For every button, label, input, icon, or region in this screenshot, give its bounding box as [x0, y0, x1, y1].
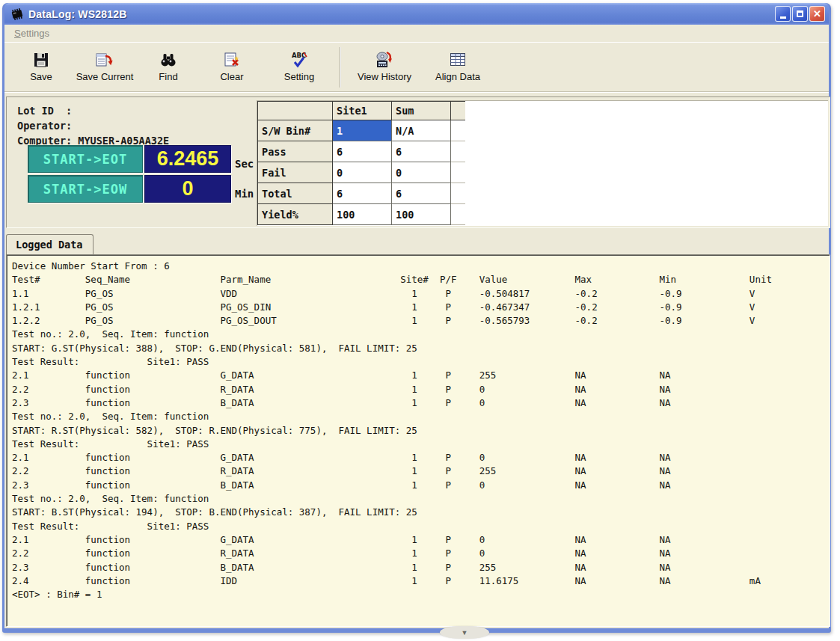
- table-row-yield: Yield% 100 100: [258, 204, 465, 225]
- summary-panel: Lot ID : Operator: Computer: MYUSER-A05A…: [6, 96, 830, 228]
- table-row-fail: Fail 0 0: [258, 162, 465, 183]
- view-history-button[interactable]: View History: [347, 46, 422, 89]
- maximize-button[interactable]: [792, 6, 808, 22]
- save-current-button[interactable]: Save Current: [70, 46, 139, 89]
- menu-bar: Settings: [4, 25, 829, 43]
- timer-row-eot: START->EOT 6.2465 Sec: [28, 145, 254, 173]
- toolbar: Save Save Current: [4, 43, 829, 92]
- row-label-yield: Yield%: [258, 204, 333, 225]
- timer-eow-label: START->EOW: [28, 175, 143, 203]
- cell-swbin-sum[interactable]: N/A: [392, 120, 451, 141]
- app-chip-icon: [9, 7, 25, 22]
- cell-total-site1[interactable]: 6: [333, 183, 392, 204]
- window-title: DataLog: WS2812B: [28, 8, 775, 20]
- cell-fail-sum[interactable]: 0: [392, 162, 451, 183]
- row-label-total: Total: [258, 183, 333, 204]
- summary-header-row: Site1 Sum: [258, 102, 465, 120]
- timer-eot-unit: Sec: [235, 158, 254, 173]
- timer-group: START->EOT 6.2465 Sec START->EOW 0 Min: [28, 145, 254, 205]
- tab-logged-data[interactable]: Logged Data: [6, 234, 93, 254]
- view-history-icon: [375, 50, 394, 70]
- find-button[interactable]: Find: [139, 46, 197, 89]
- summary-header-stub: [451, 102, 465, 120]
- app-window: DataLog: WS2812B ✕ Settings: [2, 3, 831, 633]
- row-label-swbin: S/W Bin#: [258, 120, 333, 141]
- logged-data-panel[interactable]: Device Number Start From : 6 Test# Seq_N…: [6, 254, 830, 627]
- summary-header-sum: Sum: [392, 102, 451, 120]
- cell-yield-sum[interactable]: 100: [392, 204, 451, 225]
- title-bar: DataLog: WS2812B ✕: [4, 3, 829, 25]
- align-data-button-label: Align Data: [435, 71, 480, 82]
- save-button[interactable]: Save: [12, 46, 70, 89]
- clear-button-label: Clear: [220, 71, 243, 82]
- timer-eow-value: 0: [144, 175, 231, 203]
- cell-swbin-site1[interactable]: 1: [333, 120, 392, 141]
- tab-bar: Logged Data: [6, 234, 93, 254]
- find-button-label: Find: [159, 71, 177, 82]
- table-row-total: Total 6 6: [258, 183, 465, 204]
- lot-info-block: Lot ID : Operator: Computer: MYUSER-A05A…: [17, 103, 169, 148]
- save-button-label: Save: [30, 71, 52, 82]
- menu-item-settings[interactable]: Settings: [10, 26, 54, 40]
- align-data-button[interactable]: Align Data: [422, 46, 494, 89]
- align-data-icon: [449, 50, 467, 70]
- operator-label: Operator:: [17, 120, 72, 132]
- timer-row-eow: START->EOW 0 Min: [28, 175, 254, 203]
- view-history-button-label: View History: [358, 71, 411, 82]
- timer-eot-label: START->EOT: [28, 145, 143, 173]
- table-row-pass: Pass 6 6: [258, 141, 465, 162]
- close-icon: ✕: [813, 9, 821, 19]
- cell-pass-sum[interactable]: 6: [392, 141, 451, 162]
- minimize-button[interactable]: [775, 6, 791, 22]
- cell-fail-site1[interactable]: 0: [333, 162, 392, 183]
- save-icon: [33, 50, 49, 70]
- log-text: Device Number Start From : 6 Test# Seq_N…: [7, 255, 830, 601]
- save-current-icon: [95, 50, 114, 70]
- summary-header-blank: [258, 102, 333, 120]
- minimize-icon: [780, 16, 786, 19]
- summary-header-site1: Site1: [333, 102, 392, 120]
- summary-grid-area: Site1 Sum S/W Bin# 1 N/A Pass 6 6: [257, 100, 828, 226]
- table-row-swbin: S/W Bin# 1 N/A: [258, 120, 465, 141]
- summary-table: Site1 Sum S/W Bin# 1 N/A Pass 6 6: [257, 101, 465, 225]
- cell-total-sum[interactable]: 6: [392, 183, 451, 204]
- window-body: Settings Save: [4, 25, 829, 628]
- clear-button[interactable]: Clear: [197, 46, 266, 89]
- save-current-button-label: Save Current: [76, 71, 134, 82]
- menu-item-settings-rest: ettings: [21, 28, 49, 39]
- maximize-icon: [797, 10, 803, 17]
- timer-eot-value: 6.2465: [144, 145, 231, 173]
- toolbar-separator: [340, 47, 341, 88]
- scroll-down-arrow-icon: ▼: [462, 629, 468, 637]
- clear-icon: [223, 50, 241, 70]
- setting-button[interactable]: ABC Setting: [266, 46, 332, 89]
- row-label-fail: Fail: [258, 162, 333, 183]
- cell-pass-site1[interactable]: 6: [333, 141, 392, 162]
- row-label-pass: Pass: [258, 141, 333, 162]
- find-icon: [159, 50, 177, 70]
- cell-yield-site1[interactable]: 100: [333, 204, 392, 225]
- setting-button-label: Setting: [284, 71, 314, 82]
- setting-icon: ABC: [289, 50, 309, 70]
- timer-eow-unit: Min: [235, 188, 254, 203]
- close-button[interactable]: ✕: [809, 6, 825, 22]
- lot-id-label: Lot ID :: [17, 105, 72, 117]
- scroll-down-indicator[interactable]: ▼: [440, 626, 489, 639]
